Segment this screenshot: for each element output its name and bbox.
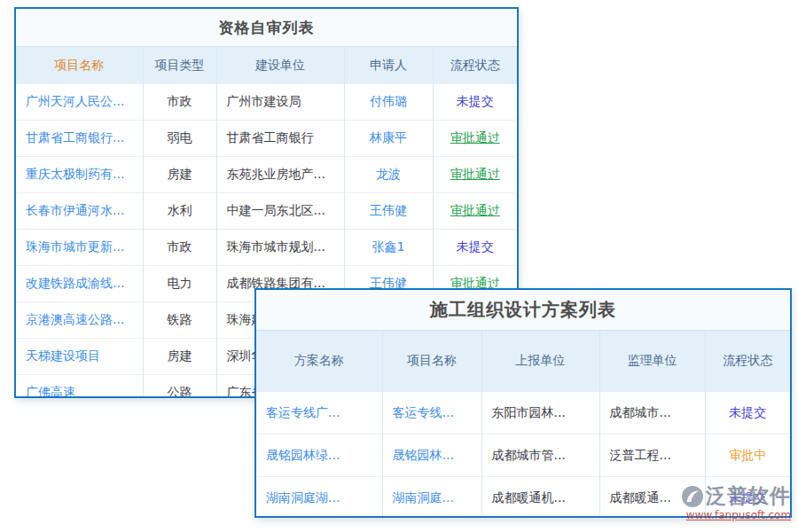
project-type: 房建 xyxy=(143,157,216,193)
report-unit: 成都城市管... xyxy=(481,434,599,477)
applicant-link[interactable]: 王伟健 xyxy=(344,193,433,230)
table-row: 广州天河人民公... 市政 广州市建设局 付伟璐 未提交 xyxy=(16,84,517,121)
project-type: 公路 xyxy=(143,375,216,399)
project-name-link[interactable]: 湖南洞庭... xyxy=(382,477,481,519)
project-type: 铁路 xyxy=(143,302,216,339)
project-name-link[interactable]: 天梯建设项目 xyxy=(16,339,143,375)
project-type: 市政 xyxy=(143,84,216,121)
project-type: 市政 xyxy=(143,230,216,266)
table-row: 湖南洞庭湖... 湖南洞庭... 成都暖通机... 成都暖通... 未提交 xyxy=(256,477,790,519)
status-badge[interactable]: 未提交 xyxy=(729,490,766,505)
col-header-build-unit[interactable]: 建设单位 xyxy=(216,47,344,84)
build-unit: 东苑兆业房地产... xyxy=(216,157,344,193)
status-badge[interactable]: 未提交 xyxy=(729,405,766,419)
col-header-supervision-unit[interactable]: 监理单位 xyxy=(599,331,705,392)
col-header-applicant[interactable]: 申请人 xyxy=(344,47,433,84)
project-name-link[interactable]: 广州天河人民公... xyxy=(16,84,143,121)
construction-window-title: 施工组织设计方案列表 xyxy=(256,290,790,331)
status-badge[interactable]: 未提交 xyxy=(457,239,494,254)
supervision-unit: 泛普工程... xyxy=(599,434,705,477)
status-badge[interactable]: 审批通过 xyxy=(450,203,500,217)
qualification-header-row: 项目名称 项目类型 建设单位 申请人 流程状态 xyxy=(16,47,517,84)
project-type: 房建 xyxy=(143,339,216,375)
project-name-link[interactable]: 广佛高速 xyxy=(16,375,143,399)
status-badge[interactable]: 未提交 xyxy=(457,94,494,108)
table-row: 客运专线广... 客运专线... 东阳市园林... 成都城市... 未提交 xyxy=(256,392,790,434)
supervision-unit: 成都城市... xyxy=(599,392,705,434)
table-row: 重庆太极制药有... 房建 东苑兆业房地产... 龙波 审批通过 xyxy=(16,157,517,193)
qualification-window-title: 资格自审列表 xyxy=(16,9,517,47)
table-row: 长春市伊通河水... 水利 中建一局东北区... 王伟健 审批通过 xyxy=(16,193,517,230)
status-badge[interactable]: 审批通过 xyxy=(450,167,500,181)
col-header-plan-name[interactable]: 方案名称 xyxy=(256,331,382,392)
col-header-project-name[interactable]: 项目名称 xyxy=(16,47,143,84)
col-header-project-type[interactable]: 项目类型 xyxy=(143,47,216,84)
col-header-report-unit[interactable]: 上报单位 xyxy=(481,331,599,392)
project-name-link[interactable]: 晟铭园林... xyxy=(382,434,481,477)
project-name-link[interactable]: 甘肃省工商银行... xyxy=(16,121,143,157)
construction-org-design-window: 施工组织设计方案列表 方案名称 项目名称 上报单位 监理单位 流程状态 客运专线… xyxy=(254,288,792,518)
project-name-link[interactable]: 重庆太极制药有... xyxy=(16,157,143,193)
project-type: 弱电 xyxy=(143,121,216,157)
plan-name-link[interactable]: 晟铭园林绿... xyxy=(256,434,382,477)
project-name-link[interactable]: 珠海市城市更新... xyxy=(16,230,143,266)
construction-header-row: 方案名称 项目名称 上报单位 监理单位 流程状态 xyxy=(256,331,790,392)
col-header-flow-status[interactable]: 流程状态 xyxy=(433,47,517,84)
report-unit: 东阳市园林... xyxy=(481,392,599,434)
project-name-link[interactable]: 客运专线... xyxy=(382,392,481,434)
project-name-link[interactable]: 改建铁路成渝线... xyxy=(16,266,143,302)
project-name-link[interactable]: 京港澳高速公路... xyxy=(16,302,143,339)
applicant-link[interactable]: 张鑫1 xyxy=(344,230,433,266)
applicant-link[interactable]: 付伟璐 xyxy=(344,84,433,121)
plan-name-link[interactable]: 湖南洞庭湖... xyxy=(256,477,382,519)
construction-table: 方案名称 项目名称 上报单位 监理单位 流程状态 客运专线广... 客运专线..… xyxy=(256,331,790,518)
plan-name-link[interactable]: 客运专线广... xyxy=(256,392,382,434)
project-type: 水利 xyxy=(143,193,216,230)
applicant-link[interactable]: 龙波 xyxy=(344,157,433,193)
build-unit: 广州市建设局 xyxy=(216,84,344,121)
supervision-unit: 成都暖通... xyxy=(599,477,705,519)
build-unit: 中建一局东北区... xyxy=(216,193,344,230)
project-name-link[interactable]: 长春市伊通河水... xyxy=(16,193,143,230)
col-header-project-name[interactable]: 项目名称 xyxy=(382,331,481,392)
table-row: 甘肃省工商银行... 弱电 甘肃省工商银行 林康平 审批通过 xyxy=(16,121,517,157)
table-row: 晟铭园林绿... 晟铭园林... 成都城市管... 泛普工程... 审批中 xyxy=(256,434,790,477)
report-unit: 成都暖通机... xyxy=(481,477,599,519)
applicant-link[interactable]: 林康平 xyxy=(344,121,433,157)
status-badge[interactable]: 审批中 xyxy=(729,448,766,462)
project-type: 电力 xyxy=(143,266,216,302)
build-unit: 珠海市城市规划... xyxy=(216,230,344,266)
build-unit: 甘肃省工商银行 xyxy=(216,121,344,157)
table-row: 珠海市城市更新... 市政 珠海市城市规划... 张鑫1 未提交 xyxy=(16,230,517,266)
status-badge[interactable]: 审批通过 xyxy=(450,130,500,145)
col-header-flow-status[interactable]: 流程状态 xyxy=(705,331,790,392)
